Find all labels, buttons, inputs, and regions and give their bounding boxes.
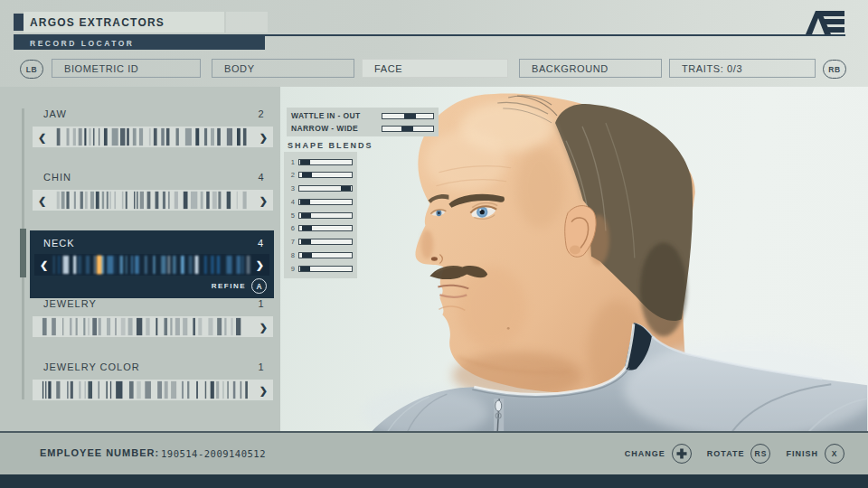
slider-value: 1 — [258, 361, 264, 372]
slider-label: CHIN — [43, 172, 71, 183]
character-viewport[interactable] — [280, 87, 868, 432]
shape-blend-row: 5 — [288, 210, 353, 221]
morph-label: WATTLE IN - OUT — [291, 111, 361, 120]
shape-blend-number: 3 — [288, 184, 295, 192]
slider-row-chin: CHIN 4 ❮ ❯ — [33, 172, 273, 213]
tab-body[interactable]: BODY — [212, 59, 354, 78]
a-button-icon[interactable]: A — [251, 278, 267, 294]
slider-label: JEWELRY COLOR — [43, 361, 140, 372]
shape-blend-row: 1 — [288, 156, 353, 167]
shape-blends-panel: 1 2 3 4 5 6 7 8 — [284, 152, 357, 278]
chevron-right-icon[interactable]: ❯ — [259, 384, 268, 396]
page-title: ARGOS EXTRACTORS — [30, 16, 165, 29]
chevron-right-icon[interactable]: ❯ — [259, 321, 268, 333]
barcode-strip-selected — [51, 255, 253, 275]
shape-blend-row: 4 — [288, 196, 353, 207]
title-bullet — [14, 14, 24, 31]
tab-traits[interactable]: TRAITS: 0/3 — [669, 59, 816, 78]
shape-blend-slider-3[interactable] — [298, 185, 353, 192]
footer-bar: EMPLOYEE NUMBER: 190514-2009140512 CHANG… — [0, 433, 868, 474]
rotate-label: ROTATE — [707, 449, 745, 458]
shape-blend-number: 7 — [288, 238, 295, 246]
panel-scrollbar-thumb[interactable] — [20, 229, 26, 277]
jewelry-color-slider[interactable]: ❯ — [33, 380, 273, 400]
slider-row-neck-selected[interactable]: NECK 4 ❮ ❯ REFINE A — [30, 230, 274, 298]
chin-slider[interactable]: ❮ ❯ — [33, 190, 273, 211]
morph-slider-box: WATTLE IN - OUT NARROW - WIDE — [287, 108, 439, 136]
employee-number-value: 190514-2009140512 — [161, 448, 266, 459]
dpad-icon[interactable] — [672, 444, 692, 464]
shape-blend-number: 4 — [288, 198, 295, 206]
refine-control[interactable]: REFINE A — [212, 278, 267, 294]
shape-blend-row: 7 — [288, 237, 353, 248]
shape-blend-slider-7[interactable] — [298, 239, 353, 245]
chevron-right-icon[interactable]: ❯ — [259, 194, 268, 206]
barcode-strip — [54, 127, 251, 146]
shape-blend-slider-2[interactable] — [298, 172, 353, 178]
shape-blend-slider-5[interactable] — [298, 212, 353, 219]
shape-blend-number: 6 — [288, 224, 295, 232]
chevron-right-icon[interactable]: ❯ — [256, 259, 264, 271]
x-button-icon[interactable]: X — [825, 444, 844, 464]
slider-row-jewelry: JEWELRY 1 ❯ — [33, 298, 273, 340]
shape-blend-slider-4[interactable] — [298, 199, 353, 205]
neck-slider[interactable]: ❮ ❯ — [34, 254, 269, 276]
shape-blend-row: 3 — [288, 183, 353, 194]
narrow-slider[interactable] — [382, 126, 434, 132]
tab-biometric-id[interactable]: BIOMETRIC ID — [52, 59, 201, 78]
shape-blend-row: 2 — [288, 170, 353, 181]
change-label: CHANGE — [625, 449, 665, 458]
shape-blend-row: 6 — [288, 223, 353, 234]
slider-value: 4 — [258, 172, 264, 183]
rs-button-icon[interactable]: RS — [750, 444, 770, 464]
shape-blend-slider-6[interactable] — [298, 225, 353, 231]
morph-row-narrow: NARROW - WIDE — [291, 123, 434, 134]
slider-value: 2 — [258, 108, 264, 119]
finish-label: FINISH — [786, 449, 818, 458]
barcode-strip — [40, 317, 251, 336]
slider-value: 4 — [258, 238, 263, 249]
character-creator-screen: ARGOS EXTRACTORS RECORD LOCATOR LB BIOME… — [0, 0, 868, 488]
slider-row-jaw: JAW 2 ❮ ❯ — [33, 108, 273, 150]
shape-blend-number: 5 — [288, 211, 295, 220]
jaw-slider[interactable]: ❮ ❯ — [33, 127, 273, 147]
barcode-strip — [40, 380, 251, 399]
footer-actions: CHANGE ROTATE RS FINISH X — [625, 433, 844, 474]
slider-label: NECK — [43, 238, 75, 249]
shape-blend-slider-8[interactable] — [298, 252, 353, 258]
slider-label: JAW — [43, 108, 67, 119]
shape-blend-row: 9 — [288, 263, 353, 274]
rotate-button[interactable]: ROTATE RS — [707, 444, 771, 464]
shape-blend-number: 8 — [288, 251, 295, 259]
lb-shoulder-button[interactable]: LB — [20, 60, 43, 79]
chevron-left-icon[interactable]: ❮ — [38, 194, 46, 206]
morph-row-wattle: WATTLE IN - OUT — [291, 110, 434, 121]
shape-blend-number: 9 — [288, 265, 295, 273]
slider-value: 1 — [258, 298, 264, 309]
slider-label: JEWELRY — [43, 298, 97, 309]
finish-button[interactable]: FINISH X — [786, 444, 844, 464]
shape-blend-number: 2 — [288, 171, 295, 179]
shape-blend-slider-9[interactable] — [298, 266, 353, 272]
jewelry-slider[interactable]: ❯ — [33, 316, 273, 337]
morph-label: NARROW - WIDE — [291, 124, 358, 133]
shape-blends-title: SHAPE BLENDS — [288, 141, 373, 150]
employee-number-label: EMPLOYEE NUMBER: — [40, 447, 159, 458]
chevron-left-icon[interactable]: ❮ — [40, 259, 48, 271]
slider-row-jewelry-color: JEWELRY COLOR 1 ❯ — [33, 361, 273, 403]
shape-blend-row: 8 — [288, 249, 353, 260]
wattle-slider[interactable] — [382, 113, 434, 119]
change-button[interactable]: CHANGE — [625, 444, 692, 464]
title-background-tail — [226, 12, 268, 33]
page-subtitle: RECORD LOCATOR — [30, 39, 134, 48]
chevron-right-icon[interactable]: ❯ — [259, 131, 268, 143]
character-portrait — [280, 87, 868, 432]
tab-face[interactable]: FACE — [362, 59, 508, 78]
shape-blend-slider-1[interactable] — [298, 159, 353, 165]
chevron-left-icon[interactable]: ❮ — [38, 131, 46, 143]
rb-shoulder-button[interactable]: RB — [823, 60, 846, 79]
barcode-strip — [54, 191, 251, 210]
shape-blend-number: 1 — [288, 158, 295, 166]
ae-logo-icon — [805, 9, 846, 34]
tab-background[interactable]: BACKGROUND — [519, 59, 662, 78]
